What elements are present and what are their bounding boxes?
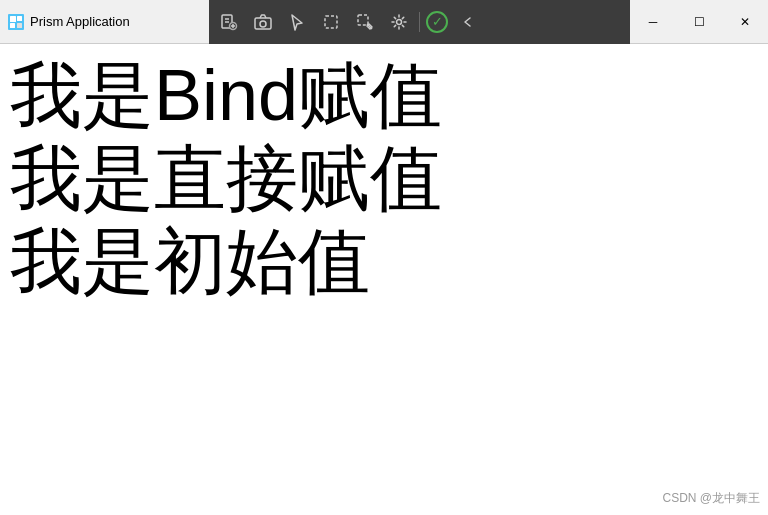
svg-point-12	[260, 21, 266, 27]
settings-button[interactable]	[383, 6, 415, 38]
watermark: CSDN @龙中舞王	[662, 490, 760, 507]
app-title: Prism Application	[30, 14, 130, 29]
initial-value-label: 我是初始值	[10, 220, 758, 303]
main-content: 我是Bind赋值 我是直接赋值 我是初始值 CSDN @龙中舞王	[0, 44, 768, 515]
region-button[interactable]	[315, 6, 347, 38]
toolbar-separator	[419, 12, 420, 32]
svg-rect-2	[17, 16, 22, 21]
minimize-button[interactable]: ─	[630, 0, 676, 44]
title-bar-left: Prism Application	[0, 14, 209, 30]
svg-rect-14	[358, 15, 368, 25]
title-bar: Prism Application	[0, 0, 768, 44]
new-item-button[interactable]	[213, 6, 245, 38]
camera-button[interactable]	[247, 6, 279, 38]
validate-icon: ✓	[426, 11, 448, 33]
close-button[interactable]: ✕	[722, 0, 768, 44]
window-controls: ─ ☐ ✕	[630, 0, 768, 44]
back-button[interactable]	[452, 6, 484, 38]
bind-value-label: 我是Bind赋值	[10, 54, 758, 137]
maximize-button[interactable]: ☐	[676, 0, 722, 44]
svg-point-15	[397, 19, 402, 24]
svg-rect-13	[325, 16, 337, 28]
direct-value-label: 我是直接赋值	[10, 137, 758, 220]
svg-rect-3	[10, 23, 15, 28]
svg-rect-4	[17, 23, 22, 28]
app-icon	[8, 14, 24, 30]
toolbar: ✓	[209, 0, 630, 44]
select-button[interactable]	[281, 6, 313, 38]
region-select-button[interactable]	[349, 6, 381, 38]
svg-rect-1	[10, 16, 16, 22]
